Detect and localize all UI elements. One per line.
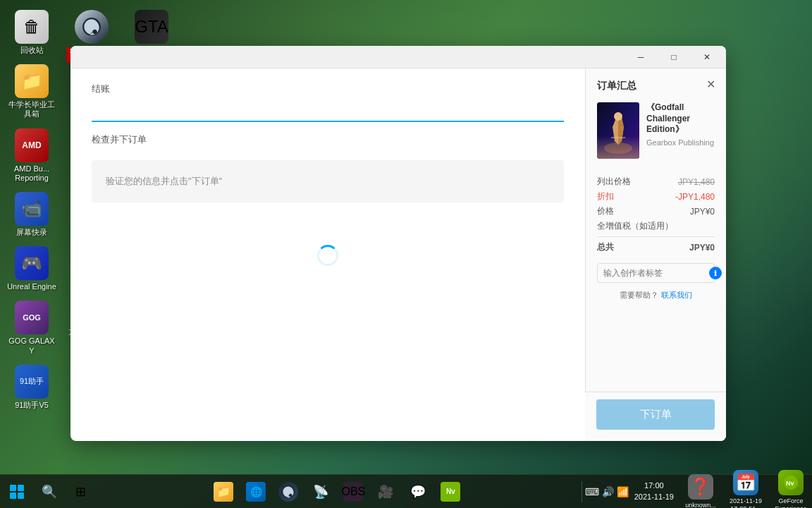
app-window: ─ □ ✕ 结账 检查并下订单 验证您的信息并点击"下订单" xyxy=(70,46,726,441)
desktop: 🗑 回收站 📁 牛学长毕业工具箱 AMD AMD Bu...Reporting … xyxy=(0,0,812,508)
verification-box: 验证您的信息并点击"下订单" xyxy=(92,160,564,202)
clock-date: 2021-11-19 xyxy=(634,492,674,502)
window-controls: ─ □ ✕ xyxy=(625,47,723,68)
coupon-info-icon[interactable]: ℹ xyxy=(709,267,722,279)
unreal-label: Unreal Engine xyxy=(7,282,56,291)
loading-spinner xyxy=(92,217,564,294)
amd-icon: AMD xyxy=(15,128,49,162)
price-divider xyxy=(597,236,715,237)
checkout-panel: 结账 检查并下订单 验证您的信息并点击"下订单" xyxy=(70,68,585,441)
taskbar-task-view[interactable]: ⊞ xyxy=(65,476,96,507)
edge-icon: 🌐 xyxy=(246,482,266,502)
coupon-input[interactable] xyxy=(603,268,709,278)
recycle-icon: 🗑 xyxy=(15,10,49,44)
game-publisher: Gearbox Publishing xyxy=(646,138,715,147)
price-section: 列出价格 JPY1,480 折扣 -JPY1,480 价格 JPY¥0 全增值税… xyxy=(597,176,715,256)
desktop-icon-91[interactable]: 91助手 91助手V5 xyxy=(4,362,60,413)
desktop-icon-cow[interactable]: 📁 牛学长毕业工具箱 xyxy=(4,61,60,121)
maximize-button[interactable]: □ xyxy=(658,47,690,68)
taskbar-separator xyxy=(582,481,582,502)
taskbar-network[interactable]: 📡 xyxy=(305,476,336,507)
taskbar-file-explorer[interactable]: 📁 xyxy=(208,476,239,507)
discount-label: 折扣 xyxy=(597,190,614,202)
taskbar-geforce[interactable]: Nv GeForceExperience xyxy=(770,467,812,508)
clock-time: 17:00 xyxy=(634,480,674,491)
task-view-icon: ⊞ xyxy=(70,482,90,502)
taskbar-steam[interactable] xyxy=(273,476,304,507)
game-cover-image xyxy=(597,102,639,159)
verification-text: 验证您的信息并点击"下订单" xyxy=(106,175,222,188)
taskbar-nvidia[interactable]: Nv xyxy=(435,476,466,507)
cow-label: 牛学长毕业工具箱 xyxy=(6,100,57,119)
coupon-input-wrapper[interactable]: ℹ xyxy=(597,263,715,283)
geforce-taskbar-icon: Nv xyxy=(778,470,804,495)
taskbar-rec[interactable]: 🎥 xyxy=(370,476,401,507)
screen-icon: 📹 xyxy=(15,192,49,226)
taskbar-obs[interactable]: OBS xyxy=(338,476,369,507)
start-button[interactable] xyxy=(0,475,34,509)
cow-folder-icon: 📁 xyxy=(15,64,49,98)
desktop-icon-unreal[interactable]: 🎮 Unreal Engine xyxy=(4,243,60,294)
desktop-icon-recycle[interactable]: 🗑 回收站 xyxy=(4,7,60,58)
email-input-wrapper xyxy=(92,101,564,122)
geforce-taskbar-label: GeForceExperience xyxy=(775,497,806,508)
helper91-label: 91助手V5 xyxy=(15,401,49,410)
network-icon: 📡 xyxy=(311,482,331,502)
keyboard-icon: ⌨ xyxy=(585,486,599,497)
place-order-button[interactable]: 下订单 xyxy=(596,399,715,430)
steam1-icon xyxy=(75,10,109,44)
tax-label: 全增值税（如适用） xyxy=(597,220,673,232)
taskbar-edge[interactable]: 🌐 xyxy=(240,476,271,507)
order-button-wrapper: 下订单 xyxy=(585,392,726,441)
list-price-value: JPY1,480 xyxy=(678,177,715,187)
checkout-title: 结账 xyxy=(92,83,564,95)
date-taskbar-label: 2021-11-1917-00-51... xyxy=(730,497,762,508)
price-label: 价格 xyxy=(597,205,614,217)
desktop-icon-gog[interactable]: GOG GOG GALAXY xyxy=(4,298,60,358)
order-summary-title: 订单汇总 xyxy=(597,80,715,92)
total-row: 总共 JPY¥0 xyxy=(597,241,715,253)
game-title: 《Godfall Challenger Edition》 xyxy=(646,102,715,135)
spinner-icon xyxy=(317,245,338,266)
gta-icon: GTA xyxy=(135,10,168,44)
email-input[interactable] xyxy=(92,101,564,122)
game-info: 《Godfall Challenger Edition》 Gearbox Pub… xyxy=(646,102,715,159)
desktop-icon-screen[interactable]: 📹 屏幕快录 xyxy=(4,189,60,240)
discount-row: 折扣 -JPY1,480 xyxy=(597,190,715,202)
rec-icon: 🎥 xyxy=(376,482,395,502)
svg-point-6 xyxy=(614,112,622,121)
unknown-taskbar-label: unknown... xyxy=(685,502,716,508)
screen-label: 屏幕快录 xyxy=(16,228,47,237)
discount-value: -JPY1,480 xyxy=(675,192,715,202)
desktop-icon-amd[interactable]: AMD AMD Bu...Reporting xyxy=(4,126,60,186)
taskbar-search[interactable]: 🔍 xyxy=(34,476,65,507)
obs-taskbar-icon: OBS xyxy=(343,482,363,502)
tax-row: 全增值税（如适用） xyxy=(597,220,715,232)
windows-icon xyxy=(10,485,24,499)
taskbar-apps: 📁 🌐 📡 OBS 🎥 💬 Nv xyxy=(96,476,579,507)
taskbar-date[interactable]: 📅 2021-11-1917-00-51... xyxy=(725,467,767,508)
gog-icon: GOG xyxy=(15,301,49,334)
taskbar-clock[interactable]: 17:00 2021-11-19 xyxy=(629,480,679,502)
network-tray-icon[interactable]: 📶 xyxy=(617,486,629,497)
volume-icon[interactable]: 🔊 xyxy=(602,486,614,497)
close-button[interactable]: ✕ xyxy=(691,47,723,68)
search-icon: 🔍 xyxy=(39,482,59,502)
window-titlebar: ─ □ ✕ xyxy=(70,46,726,68)
date-taskbar-icon: 📅 xyxy=(733,470,758,495)
svg-text:Nv: Nv xyxy=(786,480,794,487)
taskbar-discord[interactable]: 💬 xyxy=(402,476,433,507)
total-value: JPY¥0 xyxy=(689,243,715,253)
svg-point-3 xyxy=(604,143,632,154)
help-link[interactable]: 联系我们 xyxy=(661,291,692,299)
system-tray: ⌨ 🔊 📶 xyxy=(585,486,629,497)
taskbar-unknown[interactable]: ❓ unknown... xyxy=(679,471,722,508)
order-close-button[interactable]: ✕ xyxy=(703,77,718,91)
gog-label: GOG GALAXY xyxy=(6,337,57,355)
game-cover xyxy=(597,102,639,159)
price-value: JPY¥0 xyxy=(690,207,715,217)
file-explorer-icon: 📁 xyxy=(214,482,233,502)
recycle-label: 回收站 xyxy=(20,46,44,55)
nvidia-taskbar-icon: Nv xyxy=(441,482,460,502)
minimize-button[interactable]: ─ xyxy=(625,47,657,68)
